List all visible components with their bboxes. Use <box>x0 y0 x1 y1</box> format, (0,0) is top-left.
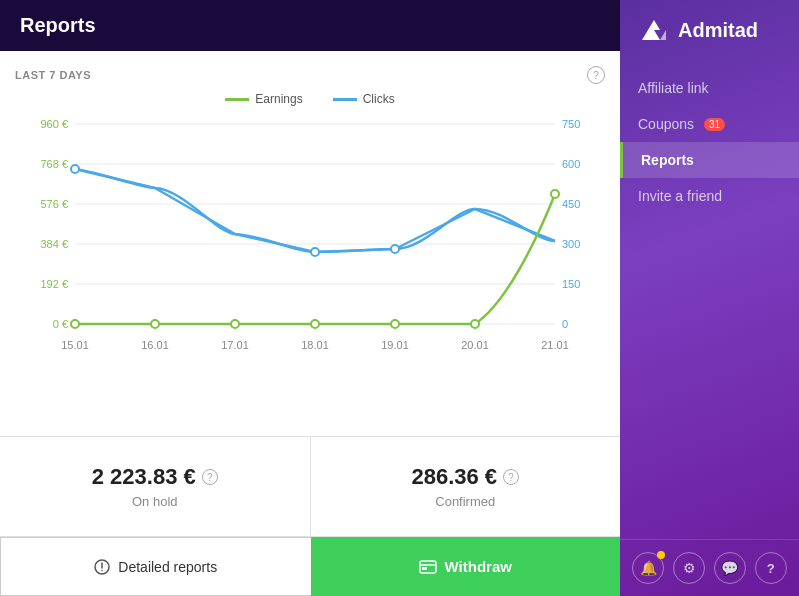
on-hold-header: 2 223.83 € ? <box>92 464 218 490</box>
svg-text:384 €: 384 € <box>40 238 68 250</box>
svg-text:600: 600 <box>562 158 580 170</box>
affiliate-link-label: Affiliate link <box>638 80 709 96</box>
svg-point-32 <box>391 320 399 328</box>
chat-button[interactable]: 💬 <box>714 552 746 584</box>
legend-clicks: Clicks <box>333 92 395 106</box>
svg-point-34 <box>551 190 559 198</box>
svg-text:576 €: 576 € <box>40 198 68 210</box>
chart-legend: Earnings Clicks <box>15 92 605 106</box>
help-icon: ? <box>767 561 775 576</box>
detailed-reports-button[interactable]: Detailed reports <box>0 537 311 596</box>
page-header: Reports <box>0 0 620 51</box>
svg-point-27 <box>391 245 399 253</box>
period-label: LAST 7 DAYS <box>15 69 91 81</box>
withdraw-icon <box>419 560 437 574</box>
svg-text:960 €: 960 € <box>40 118 68 130</box>
svg-rect-40 <box>422 567 427 570</box>
reports-label: Reports <box>641 152 694 168</box>
notification-dot <box>657 551 665 559</box>
svg-point-31 <box>311 320 319 328</box>
svg-text:750: 750 <box>562 118 580 130</box>
coupons-label: Coupons <box>638 116 694 132</box>
svg-text:768 €: 768 € <box>40 158 68 170</box>
svg-point-29 <box>151 320 159 328</box>
confirmed-header: 286.36 € ? <box>411 464 519 490</box>
svg-text:15.01: 15.01 <box>61 339 89 351</box>
confirmed-value: 286.36 € <box>411 464 497 490</box>
left-panel: Reports LAST 7 DAYS ? Earnings Clicks <box>0 0 620 596</box>
svg-text:300: 300 <box>562 238 580 250</box>
buttons-row: Detailed reports Withdraw <box>0 536 620 596</box>
on-hold-help-button[interactable]: ? <box>202 469 218 485</box>
notifications-button[interactable]: 🔔 <box>632 552 664 584</box>
svg-point-26 <box>311 248 319 256</box>
sidebar-logo: Admitad <box>620 0 799 60</box>
chat-icon: 💬 <box>721 560 738 576</box>
admitad-logo-icon <box>638 14 670 46</box>
svg-text:20.01: 20.01 <box>461 339 489 351</box>
invite-label: Invite a friend <box>638 188 722 204</box>
chart-top-bar: LAST 7 DAYS ? <box>15 66 605 84</box>
on-hold-value: 2 223.83 € <box>92 464 196 490</box>
chart-svg-wrapper: 960 € 768 € 576 € 384 € 192 € 0 € 750 60… <box>15 114 605 374</box>
sidebar-item-affiliate-link[interactable]: Affiliate link <box>620 70 799 106</box>
clicks-line-indicator <box>333 98 357 101</box>
svg-text:192 €: 192 € <box>40 278 68 290</box>
svg-point-30 <box>231 320 239 328</box>
detailed-reports-label: Detailed reports <box>118 559 217 575</box>
bell-icon: 🔔 <box>640 560 657 576</box>
chart-svg: 960 € 768 € 576 € 384 € 192 € 0 € 750 60… <box>15 114 605 364</box>
confirmed-stat: 286.36 € ? Confirmed <box>311 437 621 536</box>
clicks-curve <box>75 169 555 252</box>
svg-point-37 <box>102 569 104 571</box>
legend-earnings: Earnings <box>225 92 302 106</box>
svg-text:21.01: 21.01 <box>541 339 569 351</box>
right-sidebar: Admitad Affiliate link Coupons 31 Report… <box>620 0 799 596</box>
svg-text:150: 150 <box>562 278 580 290</box>
sidebar-item-coupons[interactable]: Coupons 31 <box>620 106 799 142</box>
svg-point-28 <box>71 320 79 328</box>
coupons-badge: 31 <box>704 118 725 131</box>
chart-container: LAST 7 DAYS ? Earnings Clicks <box>0 51 620 436</box>
stats-row: 2 223.83 € ? On hold 286.36 € ? Confirme… <box>0 436 620 536</box>
gear-icon: ⚙ <box>683 560 696 576</box>
svg-point-33 <box>471 320 479 328</box>
sidebar-nav: Affiliate link Coupons 31 Reports Invite… <box>620 60 799 539</box>
sidebar-item-reports[interactable]: Reports <box>620 142 799 178</box>
withdraw-label: Withdraw <box>445 558 512 575</box>
clicks-label: Clicks <box>363 92 395 106</box>
detailed-reports-icon <box>94 559 110 575</box>
svg-text:16.01: 16.01 <box>141 339 169 351</box>
svg-rect-38 <box>420 561 436 573</box>
on-hold-stat: 2 223.83 € ? On hold <box>0 437 311 536</box>
sidebar-item-invite[interactable]: Invite a friend <box>620 178 799 214</box>
svg-marker-41 <box>642 20 660 40</box>
earnings-label: Earnings <box>255 92 302 106</box>
page-title: Reports <box>20 14 96 36</box>
svg-text:0: 0 <box>562 318 568 330</box>
earnings-line-indicator <box>225 98 249 101</box>
logo-text: Admitad <box>678 19 758 42</box>
confirmed-label: Confirmed <box>435 494 495 509</box>
svg-text:0 €: 0 € <box>53 318 68 330</box>
settings-button[interactable]: ⚙ <box>673 552 705 584</box>
chart-help-button[interactable]: ? <box>587 66 605 84</box>
svg-text:450: 450 <box>562 198 580 210</box>
svg-marker-42 <box>660 30 666 40</box>
sidebar-bottom-icons: 🔔 ⚙ 💬 ? <box>620 539 799 596</box>
confirmed-help-button[interactable]: ? <box>503 469 519 485</box>
svg-text:17.01: 17.01 <box>221 339 249 351</box>
on-hold-label: On hold <box>132 494 178 509</box>
svg-point-25 <box>71 165 79 173</box>
withdraw-button[interactable]: Withdraw <box>311 537 621 596</box>
help-button[interactable]: ? <box>755 552 787 584</box>
svg-text:19.01: 19.01 <box>381 339 409 351</box>
svg-text:18.01: 18.01 <box>301 339 329 351</box>
